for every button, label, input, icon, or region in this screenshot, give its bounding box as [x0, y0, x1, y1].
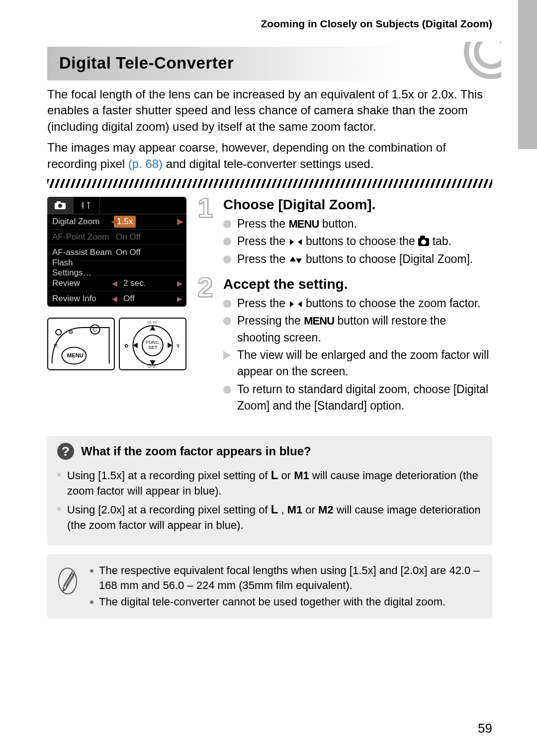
note-item: The respective equivalent focal lengths …	[90, 563, 482, 594]
menu-row-value: On Off	[112, 232, 181, 242]
svg-point-5	[58, 204, 62, 208]
menu-tab-tools-icon	[74, 197, 100, 214]
step-item: Press the buttons to choose the zoom fac…	[223, 295, 492, 312]
intro-paragraph-1: The focal length of the lens can be incr…	[47, 86, 492, 135]
page-number: 59	[478, 721, 492, 736]
question-box: ? What if the zoom factor appears in blu…	[47, 436, 492, 545]
page: Zooming in Closely on Subjects (Digital …	[0, 0, 537, 756]
section-title-bar: Digital Tele-Converter	[47, 47, 492, 81]
camera-body-diagram: ⚙ C MENU P.	[47, 318, 115, 370]
running-header: Zooming in Closely on Subjects (Digital …	[47, 18, 492, 30]
step: 1Choose [Digital Zoom].Press the MENU bu…	[200, 197, 492, 267]
left-right-arrows-icon	[289, 300, 303, 309]
menu-row-value: 2 sec.	[119, 278, 181, 288]
svg-text:FUNC.: FUNC.	[146, 339, 161, 345]
svg-marker-17	[150, 326, 155, 330]
section-divider-hatched	[47, 179, 492, 188]
svg-marker-20	[168, 342, 172, 348]
right-edge-tabs	[518, 0, 537, 152]
question-title: What if the zoom factor appears in blue?	[81, 444, 311, 458]
camera-diagrams: ⚙ C MENU P. FUNC.	[47, 318, 186, 370]
svg-marker-29	[290, 301, 294, 307]
svg-text:SET: SET	[149, 344, 158, 350]
svg-marker-26	[298, 239, 302, 245]
step-number: 1	[197, 194, 213, 222]
step-item: Press the buttons to choose the tab.	[223, 233, 492, 250]
question-mark-icon: ?	[57, 443, 74, 460]
menu-row-label: Review	[52, 278, 112, 288]
menu-row-label: Review Info	[52, 294, 112, 304]
step-item: Press the MENU button.	[223, 216, 492, 232]
svg-marker-25	[290, 239, 294, 245]
step-item: To return to standard digital zoom, choo…	[223, 381, 492, 415]
menu-row-label: Flash Settings…	[52, 258, 112, 278]
svg-rect-4	[57, 201, 61, 204]
camera-tab-icon	[418, 238, 429, 246]
svg-text:▭ ▭: ▭ ▭	[147, 319, 158, 325]
svg-text:MENU: MENU	[67, 352, 84, 358]
svg-point-6	[56, 330, 61, 335]
page-reference-link[interactable]: (p. 68)	[128, 157, 163, 170]
step-number: 2	[197, 273, 213, 301]
svg-marker-28	[296, 258, 302, 263]
svg-text:P.: P.	[54, 343, 58, 349]
menu-text-icon: MENU	[304, 315, 334, 327]
pencil-note-icon	[57, 562, 78, 598]
svg-text:↯: ↯	[176, 343, 180, 348]
svg-text:⏱ ⊘: ⏱ ⊘	[147, 363, 156, 369]
section-title: Digital Tele-Converter	[47, 47, 492, 73]
svg-marker-19	[133, 342, 137, 348]
step-item: Pressing the MENU button will restore th…	[223, 313, 492, 346]
menu-row-value: Off	[119, 294, 181, 304]
question-item: Using [1.5x] at a recording pixel settin…	[57, 467, 482, 499]
size-m1-icon: M1	[294, 469, 309, 482]
step: 2Accept the setting.Press the buttons to…	[200, 276, 492, 414]
step-title: Accept the setting.	[223, 276, 492, 292]
menu-row-value: On Off	[112, 248, 181, 257]
step-item: Press the buttons to choose [Digital Zoo…	[223, 251, 492, 267]
menu-tab-camera-icon	[47, 197, 74, 214]
menu-row: Flash Settings…	[47, 260, 186, 276]
menu-row: Digital Zoom◀1.5x▶	[47, 214, 186, 230]
up-down-arrows-icon	[289, 255, 303, 264]
note-box: The respective equivalent focal lengths …	[47, 554, 492, 619]
svg-text:C: C	[93, 327, 97, 333]
svg-text:✿: ✿	[124, 343, 128, 348]
note-item: The digital tele-converter cannot be use…	[90, 594, 482, 610]
step-title: Choose [Digital Zoom].	[223, 197, 492, 213]
left-right-arrows-icon	[289, 238, 303, 247]
size-l-icon: L	[271, 503, 278, 516]
size-m2-icon: M2	[318, 504, 334, 516]
svg-text:⚙: ⚙	[68, 329, 74, 336]
step-item: The view will be enlarged and the zoom f…	[223, 347, 492, 380]
svg-marker-27	[290, 256, 296, 261]
menu-row-label: AF-assist Beam	[52, 248, 112, 257]
menu-row: Review◀2 sec.▶	[47, 276, 186, 291]
size-m1-icon: M1	[287, 504, 303, 516]
edge-tab	[518, 0, 537, 149]
menu-row-label: AF-Point Zoom	[52, 232, 112, 242]
question-item: Using [2.0x] at a recording pixel settin…	[57, 501, 482, 533]
menu-row-label: Digital Zoom	[52, 217, 112, 227]
size-l-icon: L	[271, 468, 278, 482]
camera-menu-screenshot: Digital Zoom◀1.5x▶AF-Point ZoomOn OffAF-…	[47, 197, 186, 307]
menu-row: AF-Point ZoomOn Off	[47, 230, 186, 245]
menu-text-icon: MENU	[289, 218, 319, 230]
menu-row: Review Info◀Off▶	[47, 291, 186, 307]
intro-paragraph-2: The images may appear coarse, however, d…	[47, 140, 492, 172]
svg-marker-30	[298, 301, 302, 307]
control-dial-diagram: FUNC. SET ▭ ▭ ↯ ✿ ⏱ ⊘	[119, 318, 186, 370]
